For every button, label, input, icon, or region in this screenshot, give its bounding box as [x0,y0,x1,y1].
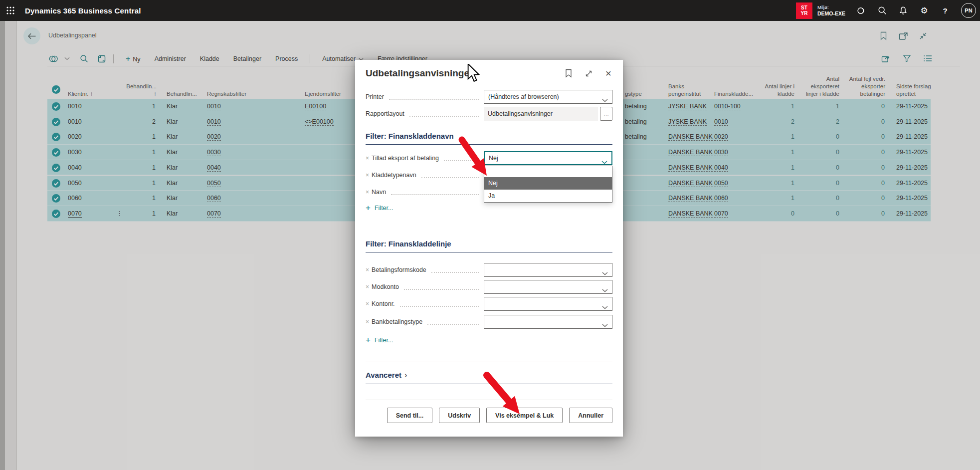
avatar[interactable]: PN [961,3,976,18]
filter-field-label: Betalingsformskode [372,266,426,273]
dotted-leader [421,172,479,178]
dropdown-item-nej[interactable]: Nej [484,177,612,190]
remove-filter-icon[interactable]: × [366,172,369,179]
remove-filter-icon[interactable]: × [366,189,369,196]
screen: Dynamics 365 Business Central ST YR Milj… [0,0,980,470]
help-icon[interactable]: ? [940,5,950,15]
print-button[interactable]: Udskriv [439,408,480,423]
remove-filter-icon[interactable]: × [366,155,369,162]
search-icon[interactable] [877,5,887,15]
printer-label: Printer [366,93,384,100]
printer-select[interactable]: (Håndteres af browseren) [484,90,612,104]
filter-field-label: Modkonto [372,283,399,290]
chevron-down-icon [601,157,607,166]
dialog-bookmark-icon[interactable] [563,68,574,79]
tillad-eksport-dropdown: Nej Ja [484,166,612,203]
dialog-title: Udbetalingsanvisninger [366,68,473,79]
dropdown-item-blank[interactable] [484,166,612,177]
add-filter-link[interactable]: + Filter... [366,337,393,344]
chevron-right-icon: › [404,371,407,379]
dotted-leader [404,284,479,290]
chevron-down-icon [602,268,608,277]
dialog-expand-icon[interactable] [583,68,594,79]
environment-info: Miljø: DEMO-EXE [817,4,845,17]
dotted-leader [389,94,479,100]
send-to-button[interactable]: Send til... [387,408,433,423]
filter-field-label: Kladdetypenavn [372,172,416,179]
notifications-bell-icon[interactable] [898,5,908,15]
plus-icon: + [366,337,371,344]
dotted-leader [427,319,479,325]
report-request-dialog: Udbetalingsanvisninger × Printer (Håndte… [355,60,623,437]
environment-badge[interactable]: ST YR [796,2,812,19]
chevron-down-icon [602,285,608,294]
chevron-down-icon [602,320,608,329]
dotted-leader [400,301,479,307]
report-layout-label: Rapportlayout [366,110,404,117]
section-journal-title: Filter: Finanskladdenavn [366,132,612,145]
modkonto-select[interactable] [484,280,612,294]
dropdown-item-ja[interactable]: Ja [484,190,612,202]
remove-filter-icon[interactable]: × [366,283,369,290]
dynamics-365-icon[interactable] [856,5,866,15]
dotted-leader [431,267,479,273]
remove-filter-icon[interactable]: × [366,300,369,307]
report-layout-value[interactable]: Udbetalingsanvisninger [484,107,598,121]
divider [366,400,612,400]
filter-field-label: Bankbetalingstype [372,318,422,325]
divider [366,362,612,362]
plus-icon: + [366,205,371,212]
filter-field-label: Kontonr. [372,300,395,307]
tillad-eksport-select[interactable]: Nej [484,151,612,165]
report-layout-more-button[interactable]: ... [600,107,612,121]
bankbetalingstype-select[interactable] [484,315,612,329]
add-filter-link[interactable]: + Filter... [366,205,393,212]
section-line-title: Filter: Finanskladdelinje [366,239,612,252]
remove-filter-icon[interactable]: × [366,266,369,273]
dotted-leader [409,111,479,117]
chevron-down-icon [602,95,608,104]
app-launcher-icon[interactable] [0,0,21,21]
advanced-expander[interactable]: Avanceret› [366,371,612,384]
filter-field-label: Tillad eksport af betaling [372,155,439,162]
dialog-close-icon[interactable]: × [603,68,614,79]
dotted-leader [391,189,479,195]
filter-field-label: Navn [372,189,386,196]
remove-filter-icon[interactable]: × [366,318,369,325]
preview-close-button[interactable]: Vis eksempel & Luk [486,408,563,423]
betalingsformskode-select[interactable] [484,263,612,277]
settings-gear-icon[interactable]: ⚙ [919,5,929,15]
topbar: Dynamics 365 Business Central ST YR Milj… [0,0,980,21]
kontonr-select[interactable] [484,297,612,311]
cancel-button[interactable]: Annuller [569,408,612,423]
app-title: Dynamics 365 Business Central [25,6,141,15]
dotted-leader [444,155,479,161]
chevron-down-icon [602,302,608,311]
